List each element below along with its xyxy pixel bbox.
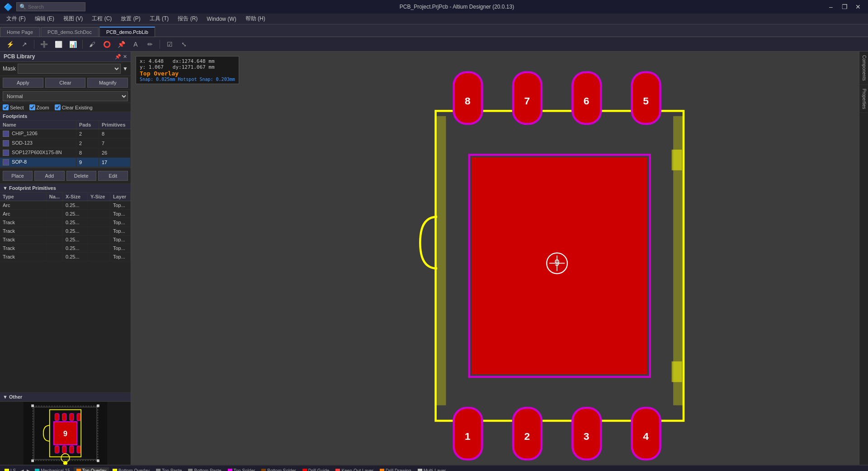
layer-bottom-overlay-label: Bottom Overlay (118, 468, 150, 471)
cell-primitives: 7 (99, 139, 131, 148)
right-tab-components[interactable]: Components (859, 52, 868, 85)
restore-button[interactable]: ❐ (838, 0, 851, 13)
svg-text:5: 5 (643, 95, 649, 107)
menu-help[interactable]: 帮助 (H) (241, 14, 270, 24)
tool-route[interactable]: ↗ (18, 38, 31, 51)
add-button[interactable]: Add (34, 171, 64, 181)
layer-bottom-solder[interactable]: Bottom Solder (259, 467, 298, 471)
tool-plus[interactable]: ➕ (38, 38, 50, 51)
layer-bottom-solder-label: Bottom Solder (267, 468, 296, 471)
delete-button[interactable]: Delete (66, 171, 96, 181)
table-row[interactable]: CHIP_1206 2 8 (0, 129, 131, 139)
layer-next[interactable]: ▶ (26, 468, 31, 471)
clear-existing-checkbox-label[interactable]: Clear Existing (55, 104, 93, 110)
primitives-table-container[interactable]: Type Na... X-Size Y-Size Layer Arc 0.25.… (0, 193, 131, 392)
bottom-actions: Place Add Delete Edit (0, 168, 131, 184)
col-primitives[interactable]: Primitives (99, 121, 131, 129)
layer-tabs: LS ◀ ▶ Mechanical 15 Top Overlay Bottom … (0, 465, 868, 471)
window-title: PCB_Project.PrjPcb - Altium Designer (20… (89, 4, 825, 10)
tool-pencil[interactable]: ✏ (144, 38, 156, 51)
tool-text[interactable]: A (129, 38, 142, 51)
layer-prev[interactable]: ◀ (19, 468, 25, 471)
canvas-area[interactable]: x: 4.648 dx:1274.648 mm y: 1.067 dy:1271… (131, 52, 859, 465)
tab-home[interactable]: Home Page (0, 27, 40, 37)
panel-pin[interactable]: 📌 (115, 54, 121, 60)
menu-report[interactable]: 报告 (R) (173, 14, 202, 24)
prim-row[interactable]: Track 0.25... Top... (0, 236, 131, 244)
tool-brush[interactable]: 🖌 (86, 38, 99, 51)
svg-rect-5 (62, 413, 66, 420)
layer-top-solder[interactable]: Top Solder (225, 467, 258, 471)
table-row-selected[interactable]: SOP-8 9 17 (0, 158, 131, 167)
table-row[interactable]: SOP127P600X175-8N 8 26 (0, 148, 131, 158)
minimize-button[interactable]: – (825, 0, 837, 13)
prim-row[interactable]: Arc 0.25... Top... (0, 210, 131, 218)
col-name[interactable]: Name (0, 121, 76, 129)
prim-row[interactable]: Track 0.25... Top... (0, 244, 131, 253)
edit-button[interactable]: Edit (98, 171, 128, 181)
prim-col-layer[interactable]: Layer (110, 193, 131, 201)
layer-top-overlay[interactable]: Top Overlay (74, 467, 109, 471)
layer-bottom-paste[interactable]: Bottom Paste (185, 467, 224, 471)
tool-rect[interactable]: ⬜ (52, 38, 65, 51)
place-button[interactable]: Place (3, 171, 33, 181)
menu-place[interactable]: 放置 (P) (116, 14, 145, 24)
prim-col-xsize[interactable]: X-Size (63, 193, 88, 201)
menu-file[interactable]: 文件 (F) (2, 14, 30, 24)
layer-drill-drawing-label: Drill Drawing (386, 468, 411, 471)
close-button[interactable]: ✕ (852, 0, 864, 13)
layer-drill-drawing[interactable]: Drill Drawing (377, 467, 414, 471)
layer-multi[interactable]: Multi-Layer (415, 467, 448, 471)
tool-circle[interactable]: ⭕ (100, 38, 113, 51)
col-pads[interactable]: Pads (76, 121, 99, 129)
prim-col-name[interactable]: Na... (46, 193, 62, 201)
panel-close[interactable]: ✕ (123, 54, 127, 60)
zoom-checkbox[interactable] (29, 104, 35, 110)
prim-row[interactable]: Track 0.25... Top... (0, 253, 131, 261)
tool-resize[interactable]: ⤡ (178, 38, 190, 51)
toolbar: ⚡ ↗ ➕ ⬜ 📊 🖌 ⭕ 📌 A ✏ ☑ ⤡ (0, 37, 868, 52)
table-row[interactable]: SOD-123 2 7 (0, 139, 131, 148)
clear-existing-checkbox[interactable] (55, 104, 61, 110)
menu-window[interactable]: Window (W) (202, 15, 241, 23)
tool-checkbox[interactable]: ☑ (163, 38, 176, 51)
layer-ls-color (5, 469, 9, 471)
primitives-title-text: Footprint Primitives (9, 185, 56, 191)
tab-pcblib[interactable]: PCB_demo.PcbLib (99, 27, 155, 37)
layer-top-paste-label: Top Paste (162, 468, 182, 471)
menu-edit[interactable]: 编辑 (E) (30, 14, 59, 24)
layer-bottom-overlay[interactable]: Bottom Overlay (110, 467, 152, 471)
menu-project[interactable]: 工程 (C) (87, 14, 116, 24)
clear-button[interactable]: Clear (45, 78, 86, 88)
search-input[interactable] (28, 4, 82, 9)
prim-col-type[interactable]: Type (0, 193, 46, 201)
zoom-checkbox-label[interactable]: Zoom (29, 104, 49, 110)
layer-top-paste[interactable]: Top Paste (153, 467, 184, 471)
layer-keepout[interactable]: Keep-Out Layer (333, 467, 376, 471)
pcb-canvas-svg[interactable]: 9 8 7 6 5 1 2 3 (131, 52, 859, 465)
layer-mech15[interactable]: Mechanical 15 (32, 467, 72, 471)
layer-ls[interactable]: LS (2, 467, 19, 471)
prim-row[interactable]: Track 0.25... Top... (0, 218, 131, 227)
prim-col-ysize[interactable]: Y-Size (88, 193, 110, 201)
apply-button[interactable]: Apply (3, 78, 43, 88)
select-checkbox[interactable] (3, 104, 9, 110)
menu-tools[interactable]: 工具 (T) (145, 14, 174, 24)
right-tab-properties[interactable]: Properties (859, 85, 868, 113)
prim-row[interactable]: Track 0.25... Top... (0, 227, 131, 236)
select-checkbox-label[interactable]: Select (3, 104, 24, 110)
search-box[interactable]: 🔍 (16, 2, 85, 11)
primitives-title: ▼ (3, 185, 9, 191)
tool-filter[interactable]: ⚡ (4, 38, 16, 51)
layer-drill-guide[interactable]: Drill Guide (300, 467, 332, 471)
menu-view[interactable]: 视图 (V) (59, 14, 87, 24)
mask-select[interactable] (18, 64, 121, 74)
prim-row[interactable]: Arc 0.25... Top... (0, 201, 131, 210)
tab-schdoc[interactable]: PCB_demo.SchDoc (41, 27, 99, 37)
tool-flag[interactable]: 📌 (115, 38, 127, 51)
tool-chart[interactable]: 📊 (66, 38, 79, 51)
coord-ydx: y: 1.067 dy:1271.067 mm (140, 64, 235, 70)
layer-drill-guide-label: Drill Guide (308, 468, 330, 471)
normal-select[interactable]: Normal (3, 91, 128, 101)
magnify-button[interactable]: Magnify (87, 78, 128, 88)
